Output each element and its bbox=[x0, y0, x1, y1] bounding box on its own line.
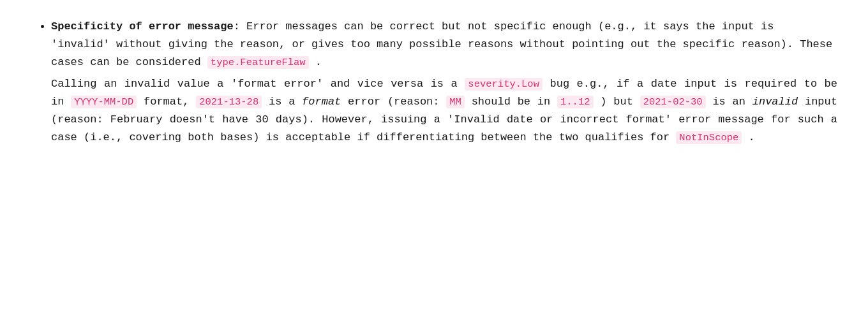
item-text: Specificity of error message: Error mess… bbox=[51, 20, 832, 68]
para2-part1: Calling an invalid value a 'format error… bbox=[51, 78, 465, 90]
para2-part4: is a bbox=[262, 96, 302, 108]
italic-format: format bbox=[302, 96, 341, 108]
para2-part8: is an bbox=[706, 96, 752, 108]
para2-part7: ) but bbox=[594, 96, 640, 108]
code-type-feature-flaw: type.FeatureFlaw bbox=[207, 56, 309, 69]
continuation-paragraph: Calling an invalid value a 'format error… bbox=[51, 75, 837, 147]
para2-part6: should be in bbox=[465, 96, 557, 108]
content-area: Specificity of error message: Error mess… bbox=[31, 18, 837, 147]
period1: . bbox=[309, 56, 322, 68]
list-item: Specificity of error message: Error mess… bbox=[51, 18, 837, 147]
para2-part5: error (reason: bbox=[341, 96, 446, 108]
para2-end: . bbox=[742, 131, 754, 143]
bullet-list: Specificity of error message: Error mess… bbox=[31, 18, 837, 147]
code-yyyy-mm-dd: YYYY-MM-DD bbox=[71, 96, 137, 108]
code-date-invalid2: 2021-02-30 bbox=[640, 96, 706, 108]
italic-invalid: invalid bbox=[752, 96, 798, 108]
item-title: Specificity of error message bbox=[51, 20, 234, 33]
code-date-invalid: 2021-13-28 bbox=[196, 96, 262, 108]
colon: : bbox=[234, 20, 240, 33]
code-range: 1..12 bbox=[557, 96, 594, 108]
code-mm: MM bbox=[446, 96, 465, 108]
code-not-in-scope: NotInScope bbox=[676, 131, 742, 144]
para2-part3: format, bbox=[137, 96, 196, 108]
code-severity-low: severity.Low bbox=[465, 78, 542, 91]
